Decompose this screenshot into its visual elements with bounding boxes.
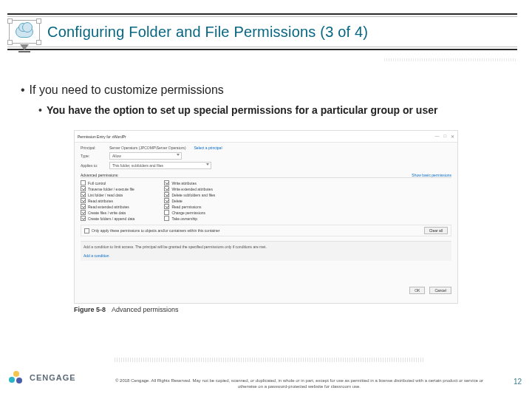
applies-label: Applies to: [81,163,106,168]
permission-label: Create files / write data [88,211,126,215]
dialog-body: Principal: Server Operators (JPCOMP\Serv… [75,143,457,264]
principal-label: Principal: [81,146,106,150]
applies-row: Applies to: This folder, subfolders and … [81,162,451,169]
permission-label: Change permissions [171,211,205,215]
figure-number: Figure 5-8 [74,306,106,313]
cloud-icon [16,26,33,38]
minimize-icon[interactable]: — [434,134,439,139]
permission-checkbox[interactable]: Read attributes [81,198,134,203]
permissions-column-left: Full controlTraverse folder / execute fi… [81,180,134,221]
slide-footer: CENGAGE © 2018 Cengage. All Rights Reser… [0,362,532,399]
slide-body: •If you need to customize permissions •Y… [21,83,510,126]
slide: Configuring Folder and File Permissions … [0,0,532,399]
monitor-base-icon [18,51,30,52]
permission-label: Write attributes [171,181,197,185]
permission-checkbox[interactable]: Create folders / append data [81,216,134,221]
corner-handle [36,40,41,45]
dialog-titlebar: Permission Entry for xWordPr — □ ✕ [75,131,457,143]
permission-checkbox[interactable]: Full control [81,180,134,185]
brand-text: CENGAGE [30,373,76,382]
dialog-title: Permission Entry for xWordPr [78,134,126,139]
permission-label: Read permissions [171,205,201,209]
permission-checkbox[interactable]: Read permissions [164,204,215,209]
permission-checkbox[interactable]: Change permissions [164,210,215,215]
principal-row: Principal: Server Operators (JPCOMP\Serv… [81,146,451,150]
checkbox-icon [164,192,169,197]
select-principal-link[interactable]: Select a principal [194,146,222,150]
permission-checkbox[interactable]: Read extended attributes [81,204,134,209]
permission-checkbox[interactable]: Delete [164,198,215,203]
type-label: Type: [81,154,106,158]
brand-mark-icon [9,371,25,384]
checkbox-icon [81,180,86,185]
checkbox-icon [81,186,86,191]
checkbox-icon [81,192,86,197]
checkbox-icon [164,198,169,203]
apply-only-checkbox[interactable]: Only apply these permissions to objects … [84,228,219,233]
monitor-stand-icon [20,44,29,50]
show-basic-link[interactable]: Show basic permissions [412,173,451,177]
permission-checkbox[interactable]: Write attributes [164,180,215,185]
type-value: Allow [112,154,121,158]
checkbox-icon [81,216,86,221]
bullet-text: You have the option to set up special pe… [47,104,438,116]
header-rule-top [7,16,517,17]
principal-value: Server Operators (JPCOMP\Server Operator… [109,146,186,150]
apply-only-label: Only apply these permissions to objects … [92,228,219,233]
permission-label: Read attributes [88,199,113,203]
permission-checkbox[interactable]: Create files / write data [81,210,134,215]
checkbox-icon [81,210,86,215]
permission-checkbox[interactable]: Traverse folder / execute file [81,186,134,191]
applies-select[interactable]: This folder, subfolders and files [109,162,211,169]
permission-checkbox[interactable]: Write extended attributes [164,186,215,191]
chevron-down-icon [177,154,180,156]
checkbox-icon [164,210,169,215]
petal-icon [13,371,19,377]
permission-label: Create folders / append data [88,216,134,221]
checkbox-icon [164,204,169,209]
window-controls: — □ ✕ [434,134,454,139]
permission-label: Delete [171,199,182,203]
figure-caption: Figure 5-8 Advanced permissions [74,306,179,313]
condition-block: Add a condition to limit access. The pri… [81,241,451,261]
bullet-marker: • [21,83,25,96]
permission-checkbox[interactable]: List folder / read data [81,192,134,197]
brand-logo: CENGAGE [9,371,76,384]
corner-handle [7,40,13,45]
corner-handle [7,18,13,24]
clear-all-button[interactable]: Clear all [424,227,448,234]
cloud-monitor-icon [9,20,40,44]
add-condition-link[interactable]: Add a condition [83,253,449,258]
maximize-icon[interactable]: □ [443,134,446,139]
close-icon[interactable]: ✕ [451,134,454,139]
type-select[interactable]: Allow [109,152,182,160]
slide-title: Configuring Folder and File Permissions … [47,24,368,41]
condition-text: Add a condition to limit access. The pri… [83,245,449,249]
permissions-column-right: Write attributesWrite extended attribute… [164,180,215,221]
ok-button[interactable]: OK [409,287,425,294]
permission-label: Read extended attributes [88,205,129,209]
permission-label: Full control [88,181,106,185]
bullet-level-1: •If you need to customize permissions [21,83,510,97]
advanced-label: Advanced permissions: [81,173,119,177]
cancel-button[interactable]: Cancel [429,287,451,294]
bullet-marker: • [38,104,42,116]
permission-label: Traverse folder / execute file [88,187,134,191]
permissions-grid: Full controlTraverse folder / execute fi… [81,180,451,221]
checkbox-icon [84,228,89,233]
permission-checkbox[interactable]: Take ownership [164,216,215,221]
bullet-text: If you need to customize permissions [30,83,224,96]
checkbox-icon [164,180,169,185]
corner-handle [36,18,41,24]
applies-value: This folder, subfolders and files [112,163,163,168]
petal-icon [16,378,22,383]
checkbox-icon [81,204,86,209]
checkbox-icon [164,216,169,221]
permission-label: Write extended attributes [171,187,213,191]
advanced-permissions-header: Advanced permissions: Show basic permiss… [81,173,451,178]
figure-text: Advanced permissions [112,306,179,313]
copyright-text: © 2018 Cengage. All Rights Reserved. May… [111,378,488,390]
permission-checkbox[interactable]: Delete subfolders and files [164,192,215,197]
permission-entry-dialog: Permission Entry for xWordPr — □ ✕ Princ… [74,130,458,304]
permission-label: List folder / read data [88,193,123,197]
